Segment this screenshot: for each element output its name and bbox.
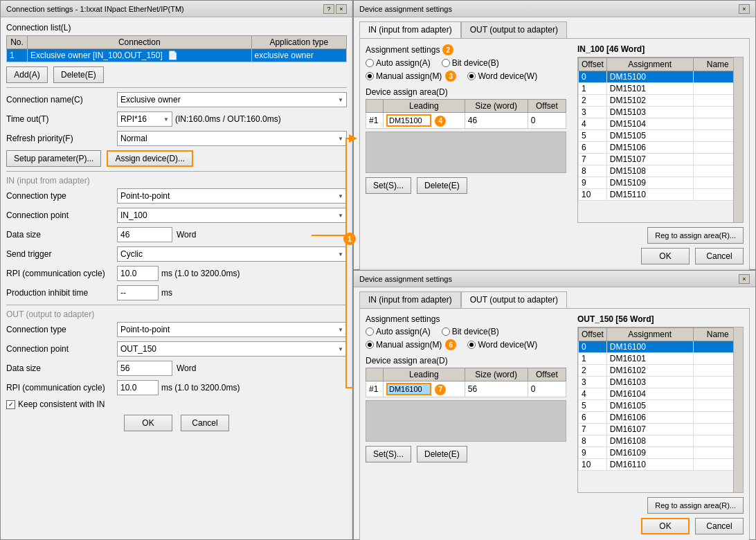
scrollbar[interactable] bbox=[733, 57, 743, 222]
out-rpi-input[interactable]: 10.0 bbox=[117, 380, 159, 395]
refresh-priority-select[interactable]: Normal ▼ bbox=[117, 131, 347, 146]
manual-assign-radio[interactable]: Manual assign(M) 3 bbox=[366, 71, 456, 82]
top-set-button[interactable]: Set(S)... bbox=[366, 177, 411, 194]
help-button[interactable]: ? bbox=[323, 4, 334, 14]
device-table-row[interactable]: 1 DM15101 bbox=[579, 83, 743, 95]
device-table-row[interactable]: 3 DM15103 bbox=[579, 107, 743, 118]
bottom-assign-row[interactable]: #1 7 56 0 bbox=[366, 381, 566, 397]
bottom-ok-button[interactable]: OK bbox=[641, 518, 690, 534]
device-table-row[interactable]: 2 DM15102 bbox=[579, 95, 743, 107]
bottom-set-button[interactable]: Set(S)... bbox=[366, 446, 411, 462]
device-table-row[interactable]: 4 DM16104 bbox=[579, 388, 743, 400]
row-offset: 0 bbox=[528, 381, 566, 397]
device-table-row[interactable]: 9 DM15109 bbox=[579, 177, 743, 189]
left-cancel-button[interactable]: Cancel bbox=[181, 415, 229, 431]
cell-assignment: DM15107 bbox=[606, 154, 693, 165]
device-table-row[interactable]: 0 DM16100 bbox=[579, 341, 743, 353]
device-table-row[interactable]: 9 DM16109 bbox=[579, 447, 743, 459]
assign-row[interactable]: #1 4 46 0 bbox=[366, 113, 566, 129]
bottom-cancel-button[interactable]: Cancel bbox=[695, 518, 744, 534]
bottom-manual-assign-radio[interactable]: Manual assign(M) 6 bbox=[366, 339, 456, 350]
bit-device-circle bbox=[442, 59, 450, 67]
top-delete-button[interactable]: Delete(E) bbox=[417, 177, 467, 194]
device-table-row[interactable]: 8 DM15108 bbox=[579, 165, 743, 177]
top-assign-table: Leading Size (word) Offset #1 bbox=[366, 99, 566, 129]
out-conn-point-row: Connection point OUT_150 ▼ bbox=[6, 341, 347, 357]
timeout-rpi-select[interactable]: RPI*16 ▼ bbox=[117, 111, 172, 127]
device-table-row[interactable]: 7 DM15107 bbox=[579, 154, 743, 165]
close-button[interactable]: × bbox=[336, 4, 347, 14]
device-table-row[interactable]: 8 DM16108 bbox=[579, 435, 743, 447]
cell-assignment: DM16101 bbox=[606, 353, 693, 365]
cell-offset: 2 bbox=[579, 95, 607, 107]
in-send-trigger-select[interactable]: Cyclic ▼ bbox=[117, 246, 347, 262]
in-prod-inhibit-input[interactable]: -- bbox=[117, 285, 159, 300]
word-device-radio[interactable]: Word device(W) bbox=[467, 71, 537, 81]
left-ok-button[interactable]: OK bbox=[124, 415, 172, 431]
top-radio-group1: Auto assign(A) Bit device(B) bbox=[366, 58, 566, 68]
device-table-row[interactable]: 6 DM15106 bbox=[579, 142, 743, 154]
device-table-row[interactable]: 0 DM15100 bbox=[579, 71, 743, 83]
in100-device-table: Offset Assignment Name 0 DM15100 1 DM151… bbox=[578, 57, 743, 201]
in-conn-type-select[interactable]: Point-to-point ▼ bbox=[117, 188, 347, 204]
bottom-scrollbar[interactable] bbox=[733, 327, 743, 492]
bottom-leading-input[interactable] bbox=[386, 383, 431, 395]
device-table-row[interactable]: 10 DM15110 bbox=[579, 189, 743, 201]
add-button[interactable]: Add(A) bbox=[6, 66, 48, 83]
bottom-gray-area bbox=[366, 400, 566, 442]
top-ok-button[interactable]: OK bbox=[641, 248, 690, 264]
bottom-word-device-radio[interactable]: Word device(W) bbox=[467, 340, 537, 350]
out-conn-point-select[interactable]: OUT_150 ▼ bbox=[117, 341, 347, 357]
out-conn-type-select[interactable]: Point-to-point ▼ bbox=[117, 322, 347, 337]
bottom-tab-in[interactable]: IN (input from adapter) bbox=[359, 291, 461, 308]
cell-assignment: DM16106 bbox=[606, 412, 693, 424]
device-table-row[interactable]: 4 DM15104 bbox=[579, 118, 743, 130]
top-close-button[interactable]: × bbox=[739, 4, 750, 14]
tab-out[interactable]: OUT (output to adapter) bbox=[461, 21, 567, 38]
bit-device-radio[interactable]: Bit device(B) bbox=[442, 58, 499, 68]
out-conn-type-row: Connection type Point-to-point ▼ bbox=[6, 322, 347, 337]
device-table-row[interactable]: 5 DM16105 bbox=[579, 400, 743, 412]
cell-assignment: DM15110 bbox=[606, 189, 693, 201]
auto-assign-radio[interactable]: Auto assign(A) bbox=[366, 58, 431, 68]
cell-offset: 3 bbox=[579, 377, 607, 388]
out-data-size-unit: Word bbox=[177, 363, 196, 373]
device-table-row[interactable]: 3 DM16103 bbox=[579, 377, 743, 388]
bottom-assign-title: Device assignment settings bbox=[359, 275, 452, 283]
delete-button[interactable]: Delete(E) bbox=[53, 66, 104, 83]
in-data-size-input[interactable]: 46 bbox=[117, 227, 172, 242]
table-row[interactable]: 1 Exclusive owner [IN_100,OUT_150] 📄 exc… bbox=[7, 49, 347, 62]
connection-list-label: Connection list(L) bbox=[6, 23, 347, 33]
assignment-settings-row: Assignment settings 2 bbox=[366, 44, 566, 55]
bottom-delete-button[interactable]: Delete(E) bbox=[417, 446, 467, 462]
in-rpi-label: RPI (communication cycle) bbox=[6, 269, 117, 278]
top-cancel-button[interactable]: Cancel bbox=[695, 248, 744, 264]
conn-name-select[interactable]: Exclusive owner ▼ bbox=[117, 92, 347, 107]
word-device-circle bbox=[467, 72, 476, 80]
setup-parameter-button[interactable]: Setup parameter(P)... bbox=[6, 150, 101, 167]
bottom-bit-device-radio[interactable]: Bit device(B) bbox=[442, 327, 499, 336]
row-hash: #1 bbox=[366, 381, 384, 397]
bottom-tab-out[interactable]: OUT (output to adapter) bbox=[461, 291, 567, 308]
out-data-size-input[interactable]: 56 bbox=[117, 361, 172, 376]
device-table-row[interactable]: 6 DM16106 bbox=[579, 412, 743, 424]
bottom-auto-assign-radio[interactable]: Auto assign(A) bbox=[366, 327, 431, 336]
bottom-device-assign-area-label: Device assign area(D) bbox=[366, 356, 566, 366]
leading-input[interactable] bbox=[386, 114, 431, 127]
keep-consistent-checkbox[interactable]: ✓ bbox=[6, 400, 15, 409]
device-table-row[interactable]: 2 DM16102 bbox=[579, 365, 743, 377]
chevron-down-icon: ▼ bbox=[163, 116, 169, 123]
left-dialog-bottom-buttons: OK Cancel bbox=[6, 415, 347, 431]
tab-in[interactable]: IN (input from adapter) bbox=[359, 21, 461, 38]
in-rpi-input[interactable]: 10.0 bbox=[117, 266, 159, 281]
cell-assignment: DM15106 bbox=[606, 142, 693, 154]
top-reg-assign-button[interactable]: Reg to assign area(R)... bbox=[647, 227, 744, 244]
assign-device-button[interactable]: Assign device(D)... bbox=[107, 150, 193, 167]
device-table-row[interactable]: 5 DM15105 bbox=[579, 130, 743, 142]
device-table-row[interactable]: 7 DM16107 bbox=[579, 424, 743, 435]
device-table-row[interactable]: 1 DM16101 bbox=[579, 353, 743, 365]
bottom-reg-assign-button[interactable]: Reg to assign area(R)... bbox=[647, 497, 744, 514]
bottom-close-button[interactable]: × bbox=[739, 274, 750, 284]
in-conn-point-select[interactable]: IN_100 ▼ bbox=[117, 208, 347, 223]
device-table-row[interactable]: 10 DM16110 bbox=[579, 459, 743, 471]
